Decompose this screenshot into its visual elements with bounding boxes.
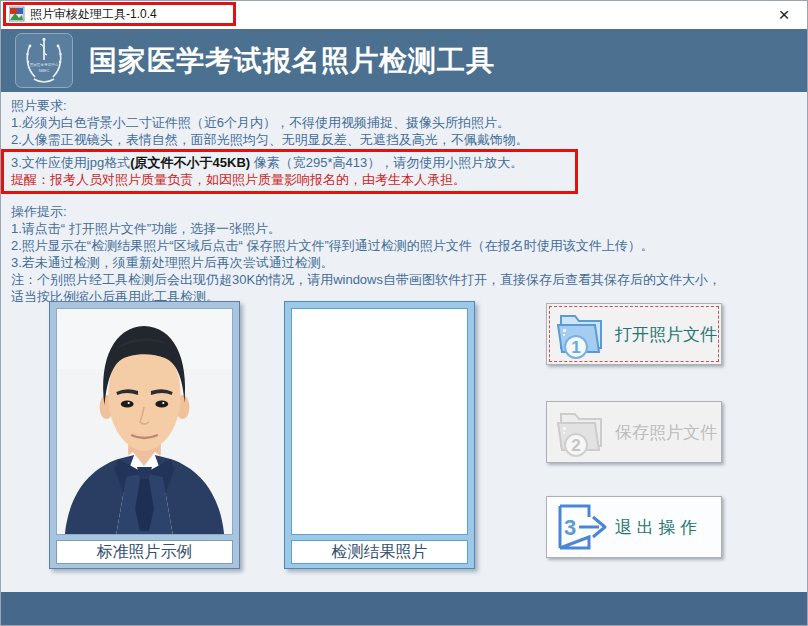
- app-icon: [9, 6, 25, 22]
- requirements-heading: 照片要求:: [1, 92, 807, 114]
- standard-photo-label: 标准照片示例: [56, 540, 233, 564]
- logo-caption-en: NMEC: [39, 69, 50, 73]
- requirements-highlight-box: 3.文件应使用jpg格式(原文件不小于45KB) 像素（宽295*高413），请…: [1, 149, 578, 194]
- line3-text-blue: 3.文件应使用jpg格式: [11, 155, 130, 170]
- open-photo-button[interactable]: 1 打开照片文件: [546, 303, 722, 365]
- requirements-line-1: 1.必须为白色背景小二寸证件照（近6个月内），不得使用视频捕捉、摄像头所拍照片。: [1, 114, 807, 131]
- tips-line-3: 3.若未通过检测，须重新处理照片后再次尝试通过检测。: [1, 254, 807, 271]
- badge-number-3: 3: [564, 515, 576, 540]
- window-title: 照片审核处理工具-1.0.4: [30, 6, 157, 23]
- exit-door-arrow-icon: 3: [553, 501, 609, 553]
- tips-line-1: 1.请点击“ 打开照片文件”功能，选择一张照片。: [1, 220, 807, 237]
- standard-photo-frame: 标准照片示例: [49, 301, 240, 569]
- exit-button[interactable]: 3 退 出 操 作: [546, 496, 722, 558]
- nmec-logo-icon: 国家医学考试中心 NMEC: [15, 33, 73, 88]
- tips-heading: 操作提示:: [1, 203, 807, 220]
- page-title: 国家医学考试报名照片检测工具: [89, 42, 495, 80]
- line3-filesize-bold: (原文件不小于45KB): [130, 155, 250, 170]
- app-window: 照片审核处理工具-1.0.4 × 国家医学考试中心 NMEC 国家医学考试报名照…: [0, 0, 808, 626]
- result-photo-empty: [291, 308, 468, 535]
- app-header: 国家医学考试中心 NMEC 国家医学考试报名照片检测工具: [1, 29, 807, 92]
- close-button[interactable]: ×: [771, 2, 797, 28]
- main-content: 照片要求: 1.必须为白色背景小二寸证件照（近6个月内），不得使用视频捕捉、摄像…: [1, 92, 807, 592]
- logo-caption-cn: 国家医学考试中心: [30, 62, 59, 67]
- line3-text-blue-2: 像素（宽295*高413），请勿使用小照片放大。: [250, 155, 523, 170]
- title-highlight-box: 照片审核处理工具-1.0.4: [3, 2, 236, 26]
- tips-note-line-1: 注：个别照片经工具检测后会出现仍超30K的情况，请用windows自带画图软件打…: [1, 271, 807, 288]
- footer-bar: [1, 592, 807, 625]
- title-bar: 照片审核处理工具-1.0.4 ×: [1, 1, 807, 29]
- reminder-line: 提醒：报考人员对照片质量负责，如因照片质量影响报名的，由考生本人承担。: [4, 171, 575, 188]
- save-photo-label: 保存照片文件: [615, 421, 717, 444]
- save-photo-button[interactable]: 2 保存照片文件: [546, 401, 722, 463]
- requirements-line-2: 2.人像需正视镜头，表情自然，面部光照均匀、无明显反差、无遮挡及高光，不佩戴饰物…: [1, 131, 807, 148]
- result-photo-frame: 检测结果照片: [284, 301, 475, 569]
- badge-number-1: 1: [571, 338, 580, 357]
- result-photo-label: 检测结果照片: [291, 540, 468, 564]
- save-folder-icon-disabled: 2: [553, 406, 609, 458]
- open-folder-icon: 1: [553, 308, 609, 360]
- open-photo-label: 打开照片文件: [615, 323, 717, 346]
- requirements-line-3: 3.文件应使用jpg格式(原文件不小于45KB) 像素（宽295*高413），请…: [4, 154, 575, 171]
- tips-line-2: 2.照片显示在“检测结果照片“区域后点击“ 保存照片文件”得到通过检测的照片文件…: [1, 237, 807, 254]
- standard-photo: [56, 308, 233, 535]
- sample-portrait-image: [57, 309, 232, 534]
- badge-number-2: 2: [571, 436, 580, 455]
- exit-label: 退 出 操 作: [615, 516, 697, 539]
